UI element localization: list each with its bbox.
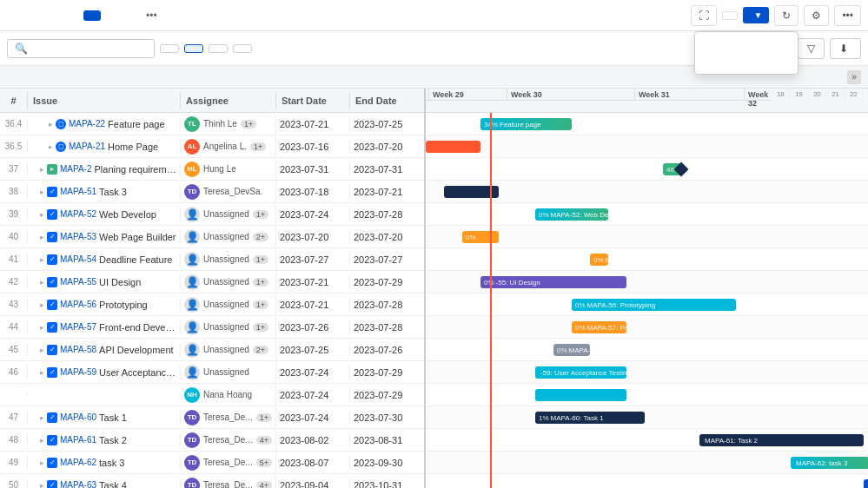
issue-key[interactable]: MAPA-54 (60, 254, 96, 264)
issue-key[interactable]: MAPA-52 (60, 209, 96, 219)
gantt-bar[interactable]: 0%-55: UI Design (480, 276, 626, 288)
cell-issue[interactable]: ▸ ✓ MAPA-53 Web Page Builder (28, 230, 181, 244)
nav-schedule[interactable] (45, 10, 63, 21)
issue-key[interactable]: MAPA-22 (69, 119, 105, 129)
issue-key[interactable]: MAPA-51 (60, 187, 96, 196)
nav-timelog[interactable] (103, 10, 120, 21)
expand-icon[interactable]: ▸ (40, 210, 44, 219)
expand-icon[interactable]: ▸ (40, 458, 44, 467)
issue-key[interactable]: MAPA-59 (60, 367, 96, 377)
cell-issue[interactable]: ▸ ✓ MAPA-54 Deadline Feature (28, 253, 181, 267)
search-box[interactable]: 🔍 (7, 39, 155, 58)
cell-assignee: 👤 Unassigned 1+ (181, 250, 276, 269)
issue-key[interactable]: MAPA-62 (60, 458, 96, 467)
gantt-bar[interactable] (426, 141, 480, 153)
weeks-dropdown-menu (694, 31, 798, 75)
expand-icon[interactable]: ▸ (40, 255, 44, 264)
bar-percent: 0% (539, 211, 549, 219)
gantt-bar[interactable]: 0% (462, 231, 499, 243)
cell-issue[interactable]: ▸ ✓ MAPA-63 Task 4 (28, 478, 181, 489)
cell-end: 2023-10-31 (350, 478, 424, 489)
cell-issue[interactable]: ▸ ✓ MAPA-55 UI Design (28, 275, 181, 289)
nav-gantt[interactable] (83, 10, 101, 21)
cell-issue[interactable]: ▸ ✓ MAPA-59 User Acceptance ... (28, 366, 181, 379)
cell-issue[interactable]: ▸ ✓ MAPA-56 Prototyping (28, 298, 181, 312)
collapse-all-button[interactable] (233, 44, 252, 53)
export-button[interactable]: ⬇ (830, 38, 861, 59)
issue-key[interactable]: MAPA-61 (60, 435, 96, 445)
weeks-button[interactable]: ▼ (743, 7, 769, 23)
nav-dashboard[interactable] (7, 10, 24, 21)
expand-icon[interactable]: ▸ (40, 188, 44, 196)
gantt-bar[interactable]: MAPA-61: Task 2 (699, 434, 864, 446)
issue-key[interactable]: MAPA-58 (60, 345, 96, 354)
dropdown-quarters[interactable] (695, 60, 798, 74)
cell-issue[interactable]: ▸ ✓ MAPA-62 task 3 (28, 456, 181, 470)
assignee-name: Unassigned (203, 232, 249, 241)
issue-key[interactable]: MAPA-2 (60, 164, 92, 174)
today-button[interactable] (722, 11, 738, 20)
gantt-day-col: 19 (790, 89, 808, 101)
expand-all-button[interactable] (209, 44, 228, 53)
cell-issue[interactable]: ▸ ✓ MAPA-57 Front-end Develo... (28, 320, 181, 334)
expand-icon[interactable]: ▸ (49, 142, 53, 151)
settings-button[interactable]: ⚙ (804, 5, 829, 26)
cell-issue[interactable]: ▸ ◻ MAPA-22 Feature page (28, 117, 181, 131)
gantt-bar[interactable] (535, 389, 626, 401)
nav-report[interactable] (122, 10, 139, 21)
gantt-bar[interactable]: 34%Feature page (480, 118, 572, 130)
critical-path-button[interactable] (160, 44, 179, 53)
cell-issue[interactable]: ▸ ✓ MAPA-51 Task 3 (28, 185, 181, 199)
expand-icon[interactable]: ▸ (40, 278, 44, 287)
dropdown-weeks[interactable] (695, 32, 798, 46)
cell-issue[interactable]: ▸ ◻ MAPA-21 Home Page (28, 140, 181, 154)
gantt-bar[interactable]: 0%MAPA-54: Deadline Feature (590, 254, 608, 266)
expand-icon[interactable]: ▸ (40, 300, 44, 309)
gantt-bar[interactable] (864, 479, 868, 488)
dropdown-months[interactable] (695, 46, 798, 60)
gantt-bar[interactable]: -59: User Acceptance Testing (535, 366, 626, 379)
expand-icon[interactable]: ▸ (40, 413, 44, 422)
gantt-bar[interactable]: 0%MAPA-56: Prototyping (572, 299, 736, 311)
nav-resource[interactable] (26, 10, 43, 21)
cell-issue[interactable]: ▸ ✓ MAPA-58 API Development (28, 343, 181, 357)
issue-key[interactable]: MAPA-53 (60, 232, 96, 241)
bar-label: Feature page (500, 121, 541, 129)
gantt-bar[interactable]: 1%MAPA-60: Task 1 (535, 412, 645, 424)
gantt-bar[interactable]: 0%MAPA-52: Web Dev... (535, 208, 608, 221)
issue-key[interactable]: MAPA-63 (60, 480, 96, 488)
assignee-badge: 1+ (253, 300, 268, 309)
cell-start: 2023-07-31 (276, 162, 350, 176)
gantt-bar[interactable]: 0%MAPA-58: API Development (553, 344, 590, 356)
cell-assignee: 👤 Unassigned 1+ (181, 273, 276, 292)
expand-icon[interactable]: ▸ (40, 368, 44, 377)
baseline-button[interactable] (184, 44, 203, 53)
nav-more-icon[interactable]: ••• (141, 4, 162, 27)
issue-key[interactable]: MAPA-57 (60, 322, 96, 332)
issue-key[interactable]: MAPA-56 (60, 300, 96, 309)
fullscreen-button[interactable]: ⛶ (691, 5, 717, 26)
gantt-bar[interactable]: MAPA-62: task 3 (791, 457, 868, 469)
gantt-bar[interactable]: 0%MAPA-57: Front-end Development (572, 321, 626, 333)
assignee-badge: 4+ (256, 481, 272, 489)
nav-timeline[interactable] (64, 10, 82, 21)
cell-issue[interactable]: ▸ ✓ MAPA-61 Task 2 (28, 433, 181, 447)
expand-icon[interactable]: ▸ (49, 120, 53, 129)
expand-icon[interactable]: ▸ (40, 481, 44, 489)
expand-icon[interactable]: ▸ (40, 233, 44, 241)
issue-key[interactable]: MAPA-21 (69, 142, 105, 151)
expand-icon[interactable]: ▸ (40, 323, 44, 332)
issue-key[interactable]: MAPA-55 (60, 277, 96, 287)
filter-button[interactable]: ▽ (798, 38, 825, 59)
expand-icon[interactable]: ▸ (40, 165, 44, 174)
collapse-panel-button[interactable]: » (847, 70, 861, 84)
cell-issue[interactable]: ▸ ▸ MAPA-2 Planing requirements (28, 162, 181, 176)
cell-issue[interactable]: ▸ ✓ MAPA-60 Task 1 (28, 411, 181, 425)
collapse-icon[interactable]: » (847, 70, 861, 84)
expand-icon[interactable]: ▸ (40, 436, 44, 445)
expand-icon[interactable]: ▸ (40, 346, 44, 354)
refresh-button[interactable]: ↻ (774, 5, 798, 26)
cell-issue[interactable]: ▸ ✓ MAPA-52 Web Develop (28, 208, 181, 221)
more-options-button[interactable]: ••• (834, 5, 861, 26)
issue-key[interactable]: MAPA-60 (60, 412, 96, 422)
